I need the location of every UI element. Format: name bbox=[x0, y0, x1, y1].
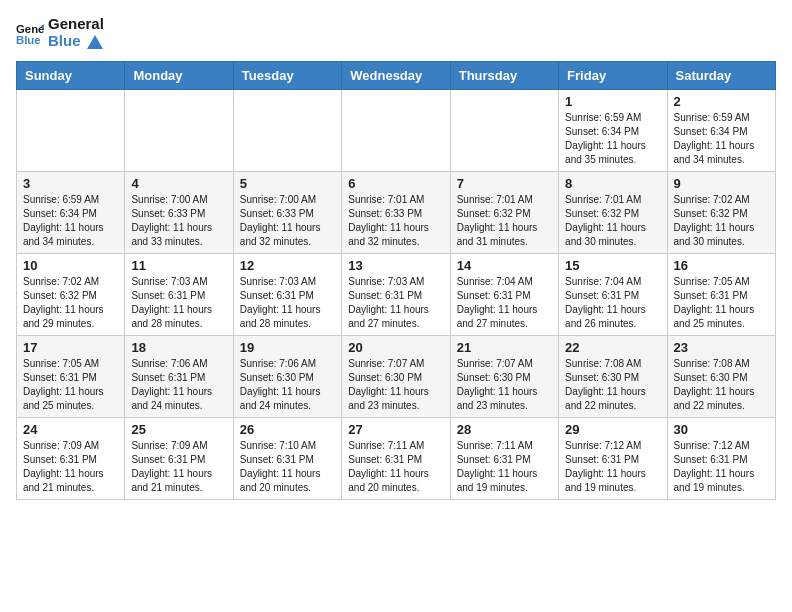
day-info: Sunrise: 7:11 AM Sunset: 6:31 PM Dayligh… bbox=[457, 439, 552, 495]
calendar-cell: 19Sunrise: 7:06 AM Sunset: 6:30 PM Dayli… bbox=[233, 336, 341, 418]
calendar-cell: 13Sunrise: 7:03 AM Sunset: 6:31 PM Dayli… bbox=[342, 254, 450, 336]
col-header-wednesday: Wednesday bbox=[342, 62, 450, 90]
day-info: Sunrise: 7:07 AM Sunset: 6:30 PM Dayligh… bbox=[348, 357, 443, 413]
day-info: Sunrise: 7:07 AM Sunset: 6:30 PM Dayligh… bbox=[457, 357, 552, 413]
day-number: 21 bbox=[457, 340, 552, 355]
day-info: Sunrise: 7:03 AM Sunset: 6:31 PM Dayligh… bbox=[131, 275, 226, 331]
day-number: 7 bbox=[457, 176, 552, 191]
day-number: 19 bbox=[240, 340, 335, 355]
day-info: Sunrise: 7:12 AM Sunset: 6:31 PM Dayligh… bbox=[565, 439, 660, 495]
day-info: Sunrise: 7:01 AM Sunset: 6:32 PM Dayligh… bbox=[457, 193, 552, 249]
calendar-week-3: 10Sunrise: 7:02 AM Sunset: 6:32 PM Dayli… bbox=[17, 254, 776, 336]
day-number: 14 bbox=[457, 258, 552, 273]
day-info: Sunrise: 7:10 AM Sunset: 6:31 PM Dayligh… bbox=[240, 439, 335, 495]
calendar-cell: 25Sunrise: 7:09 AM Sunset: 6:31 PM Dayli… bbox=[125, 418, 233, 500]
day-number: 11 bbox=[131, 258, 226, 273]
calendar-header-row: SundayMondayTuesdayWednesdayThursdayFrid… bbox=[17, 62, 776, 90]
col-header-saturday: Saturday bbox=[667, 62, 775, 90]
calendar-cell bbox=[17, 90, 125, 172]
day-number: 17 bbox=[23, 340, 118, 355]
calendar-cell: 30Sunrise: 7:12 AM Sunset: 6:31 PM Dayli… bbox=[667, 418, 775, 500]
day-number: 27 bbox=[348, 422, 443, 437]
page-header: General Blue General Blue bbox=[16, 16, 776, 49]
calendar-cell: 20Sunrise: 7:07 AM Sunset: 6:30 PM Dayli… bbox=[342, 336, 450, 418]
day-info: Sunrise: 7:05 AM Sunset: 6:31 PM Dayligh… bbox=[674, 275, 769, 331]
day-number: 30 bbox=[674, 422, 769, 437]
calendar-cell: 2Sunrise: 6:59 AM Sunset: 6:34 PM Daylig… bbox=[667, 90, 775, 172]
calendar-cell: 24Sunrise: 7:09 AM Sunset: 6:31 PM Dayli… bbox=[17, 418, 125, 500]
calendar-cell: 6Sunrise: 7:01 AM Sunset: 6:33 PM Daylig… bbox=[342, 172, 450, 254]
day-info: Sunrise: 7:12 AM Sunset: 6:31 PM Dayligh… bbox=[674, 439, 769, 495]
col-header-sunday: Sunday bbox=[17, 62, 125, 90]
col-header-monday: Monday bbox=[125, 62, 233, 90]
day-number: 29 bbox=[565, 422, 660, 437]
day-info: Sunrise: 6:59 AM Sunset: 6:34 PM Dayligh… bbox=[674, 111, 769, 167]
calendar-week-1: 1Sunrise: 6:59 AM Sunset: 6:34 PM Daylig… bbox=[17, 90, 776, 172]
col-header-tuesday: Tuesday bbox=[233, 62, 341, 90]
day-number: 23 bbox=[674, 340, 769, 355]
day-number: 10 bbox=[23, 258, 118, 273]
day-number: 6 bbox=[348, 176, 443, 191]
calendar-cell: 8Sunrise: 7:01 AM Sunset: 6:32 PM Daylig… bbox=[559, 172, 667, 254]
calendar-cell: 16Sunrise: 7:05 AM Sunset: 6:31 PM Dayli… bbox=[667, 254, 775, 336]
calendar-cell: 17Sunrise: 7:05 AM Sunset: 6:31 PM Dayli… bbox=[17, 336, 125, 418]
day-info: Sunrise: 7:02 AM Sunset: 6:32 PM Dayligh… bbox=[23, 275, 118, 331]
day-info: Sunrise: 7:02 AM Sunset: 6:32 PM Dayligh… bbox=[674, 193, 769, 249]
day-info: Sunrise: 7:04 AM Sunset: 6:31 PM Dayligh… bbox=[457, 275, 552, 331]
day-number: 3 bbox=[23, 176, 118, 191]
day-number: 5 bbox=[240, 176, 335, 191]
calendar-cell bbox=[125, 90, 233, 172]
calendar-cell: 18Sunrise: 7:06 AM Sunset: 6:31 PM Dayli… bbox=[125, 336, 233, 418]
calendar-week-2: 3Sunrise: 6:59 AM Sunset: 6:34 PM Daylig… bbox=[17, 172, 776, 254]
day-number: 16 bbox=[674, 258, 769, 273]
day-info: Sunrise: 7:01 AM Sunset: 6:33 PM Dayligh… bbox=[348, 193, 443, 249]
calendar-cell: 26Sunrise: 7:10 AM Sunset: 6:31 PM Dayli… bbox=[233, 418, 341, 500]
day-info: Sunrise: 6:59 AM Sunset: 6:34 PM Dayligh… bbox=[23, 193, 118, 249]
calendar-cell: 14Sunrise: 7:04 AM Sunset: 6:31 PM Dayli… bbox=[450, 254, 558, 336]
day-number: 15 bbox=[565, 258, 660, 273]
day-info: Sunrise: 7:03 AM Sunset: 6:31 PM Dayligh… bbox=[348, 275, 443, 331]
calendar-cell: 7Sunrise: 7:01 AM Sunset: 6:32 PM Daylig… bbox=[450, 172, 558, 254]
logo-triangle-icon bbox=[87, 35, 103, 49]
day-info: Sunrise: 7:11 AM Sunset: 6:31 PM Dayligh… bbox=[348, 439, 443, 495]
calendar-cell: 11Sunrise: 7:03 AM Sunset: 6:31 PM Dayli… bbox=[125, 254, 233, 336]
calendar-cell: 29Sunrise: 7:12 AM Sunset: 6:31 PM Dayli… bbox=[559, 418, 667, 500]
svg-text:Blue: Blue bbox=[16, 33, 41, 45]
day-number: 2 bbox=[674, 94, 769, 109]
calendar-cell: 15Sunrise: 7:04 AM Sunset: 6:31 PM Dayli… bbox=[559, 254, 667, 336]
calendar-cell: 1Sunrise: 6:59 AM Sunset: 6:34 PM Daylig… bbox=[559, 90, 667, 172]
day-info: Sunrise: 7:05 AM Sunset: 6:31 PM Dayligh… bbox=[23, 357, 118, 413]
day-number: 24 bbox=[23, 422, 118, 437]
day-number: 4 bbox=[131, 176, 226, 191]
day-info: Sunrise: 7:04 AM Sunset: 6:31 PM Dayligh… bbox=[565, 275, 660, 331]
day-info: Sunrise: 7:00 AM Sunset: 6:33 PM Dayligh… bbox=[131, 193, 226, 249]
calendar-cell bbox=[342, 90, 450, 172]
day-info: Sunrise: 7:06 AM Sunset: 6:30 PM Dayligh… bbox=[240, 357, 335, 413]
calendar-cell: 23Sunrise: 7:08 AM Sunset: 6:30 PM Dayli… bbox=[667, 336, 775, 418]
calendar-week-4: 17Sunrise: 7:05 AM Sunset: 6:31 PM Dayli… bbox=[17, 336, 776, 418]
svg-marker-3 bbox=[87, 35, 103, 49]
calendar-cell: 3Sunrise: 6:59 AM Sunset: 6:34 PM Daylig… bbox=[17, 172, 125, 254]
day-number: 20 bbox=[348, 340, 443, 355]
day-number: 1 bbox=[565, 94, 660, 109]
day-info: Sunrise: 6:59 AM Sunset: 6:34 PM Dayligh… bbox=[565, 111, 660, 167]
calendar-cell: 10Sunrise: 7:02 AM Sunset: 6:32 PM Dayli… bbox=[17, 254, 125, 336]
day-info: Sunrise: 7:09 AM Sunset: 6:31 PM Dayligh… bbox=[23, 439, 118, 495]
calendar-cell: 5Sunrise: 7:00 AM Sunset: 6:33 PM Daylig… bbox=[233, 172, 341, 254]
calendar-cell: 9Sunrise: 7:02 AM Sunset: 6:32 PM Daylig… bbox=[667, 172, 775, 254]
calendar-cell: 21Sunrise: 7:07 AM Sunset: 6:30 PM Dayli… bbox=[450, 336, 558, 418]
day-info: Sunrise: 7:01 AM Sunset: 6:32 PM Dayligh… bbox=[565, 193, 660, 249]
day-number: 12 bbox=[240, 258, 335, 273]
day-number: 18 bbox=[131, 340, 226, 355]
col-header-friday: Friday bbox=[559, 62, 667, 90]
day-info: Sunrise: 7:00 AM Sunset: 6:33 PM Dayligh… bbox=[240, 193, 335, 249]
day-info: Sunrise: 7:03 AM Sunset: 6:31 PM Dayligh… bbox=[240, 275, 335, 331]
day-info: Sunrise: 7:08 AM Sunset: 6:30 PM Dayligh… bbox=[565, 357, 660, 413]
calendar-week-5: 24Sunrise: 7:09 AM Sunset: 6:31 PM Dayli… bbox=[17, 418, 776, 500]
day-info: Sunrise: 7:08 AM Sunset: 6:30 PM Dayligh… bbox=[674, 357, 769, 413]
calendar-cell: 27Sunrise: 7:11 AM Sunset: 6:31 PM Dayli… bbox=[342, 418, 450, 500]
logo-icon: General Blue bbox=[16, 19, 44, 47]
calendar-cell bbox=[233, 90, 341, 172]
logo: General Blue General Blue bbox=[16, 16, 104, 49]
day-number: 28 bbox=[457, 422, 552, 437]
